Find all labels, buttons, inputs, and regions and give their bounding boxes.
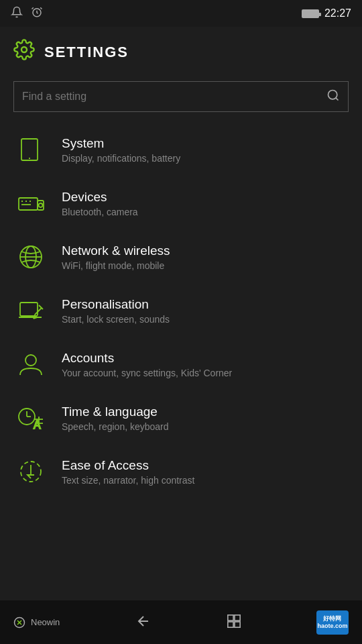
settings-item-ease-of-access[interactable]: Ease of Access Text size, narrator, high… [0, 445, 362, 498]
notification-icon [11, 6, 23, 21]
alarm-icon [31, 6, 43, 21]
svg-line-3 [336, 97, 339, 100]
svg-point-1 [21, 47, 27, 52]
time-display: 22:27 [324, 7, 351, 19]
windows-icon[interactable] [227, 614, 241, 631]
settings-item-time-language[interactable]: A Time & language Speech, region, keyboa… [0, 391, 362, 445]
svg-point-2 [328, 90, 337, 99]
svg-point-13 [39, 203, 43, 207]
personalisation-title: Personalisation [62, 297, 170, 312]
haote-badge: 好特网haote.com [316, 610, 349, 635]
devices-icon [13, 186, 48, 221]
ease-of-access-icon [13, 454, 48, 489]
network-icon [13, 239, 48, 274]
svg-point-23 [25, 355, 36, 366]
accounts-subtitle: Your account, sync settings, Kids' Corne… [62, 368, 232, 378]
search-icon [326, 89, 340, 105]
svg-rect-38 [235, 621, 240, 627]
settings-header: SETTINGS [0, 27, 362, 76]
svg-rect-37 [228, 621, 233, 627]
settings-item-accounts[interactable]: Accounts Your account, sync settings, Ki… [0, 337, 362, 391]
personalisation-subtitle: Start, lock screen, sounds [62, 314, 170, 325]
time-language-title: Time & language [62, 405, 169, 419]
time-language-subtitle: Speech, region, keyboard [62, 421, 169, 432]
network-subtitle: WiFi, flight mode, mobile [62, 260, 170, 271]
personalisation-icon [13, 293, 48, 328]
search-input[interactable] [22, 91, 326, 103]
network-title: Network & wireless [62, 244, 170, 258]
svg-rect-4 [21, 139, 38, 160]
accounts-icon [13, 347, 48, 382]
system-icon [13, 132, 48, 167]
svg-rect-7 [19, 198, 38, 210]
settings-gear-icon [13, 39, 35, 65]
page-title: SETTINGS [44, 44, 129, 61]
svg-rect-35 [228, 614, 233, 620]
time-language-icon: A [13, 400, 48, 435]
devices-subtitle: Bluetooth, camera [62, 207, 138, 217]
settings-item-devices[interactable]: Devices Bluetooth, camera [0, 176, 362, 230]
neowin-logo-icon [13, 616, 25, 629]
status-right: 22:27 [302, 7, 351, 19]
settings-item-system[interactable]: System Display, notifications, battery [0, 123, 362, 176]
back-arrow-icon[interactable] [135, 613, 152, 632]
search-box[interactable] [13, 81, 349, 112]
system-subtitle: Display, notifications, battery [62, 153, 180, 164]
haote-badge-text: 好特网haote.com [317, 615, 347, 630]
settings-item-network[interactable]: Network & wireless WiFi, flight mode, mo… [0, 230, 362, 284]
search-container [0, 76, 362, 123]
status-left-icons [11, 6, 43, 21]
ease-of-access-title: Ease of Access [62, 458, 194, 473]
settings-item-personalisation[interactable]: Personalisation Start, lock screen, soun… [0, 284, 362, 337]
svg-text:A: A [34, 419, 41, 431]
svg-line-19 [35, 308, 42, 315]
accounts-title: Accounts [62, 351, 232, 366]
battery-icon [302, 9, 319, 18]
svg-rect-36 [235, 614, 240, 620]
nav-left: Neowin [13, 616, 60, 629]
ease-of-access-subtitle: Text size, narrator, high contrast [62, 475, 194, 486]
settings-list: System Display, notifications, battery D… [0, 123, 362, 498]
devices-title: Devices [62, 190, 138, 205]
neowin-label: Neowin [31, 617, 60, 627]
status-bar: 22:27 [0, 0, 362, 27]
system-title: System [62, 136, 180, 151]
nav-bar: Neowin 好特网haote.com [0, 600, 362, 644]
